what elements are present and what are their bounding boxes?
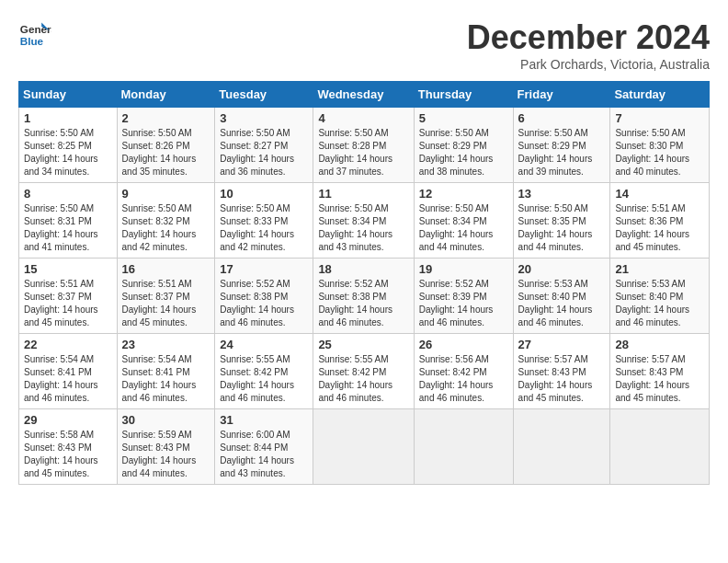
table-row: 21Sunrise: 5:53 AM Sunset: 8:40 PM Dayli… xyxy=(610,259,710,334)
page-header: General Blue December 2024 Park Orchards… xyxy=(18,18,710,72)
day-info: Sunrise: 5:50 AM Sunset: 8:30 PM Dayligh… xyxy=(615,127,704,178)
calendar-subtitle: Park Orchards, Victoria, Australia xyxy=(467,57,710,72)
table-row: 9Sunrise: 5:50 AM Sunset: 8:32 PM Daylig… xyxy=(117,183,215,259)
table-row: 4Sunrise: 5:50 AM Sunset: 8:28 PM Daylig… xyxy=(313,108,414,183)
day-number: 23 xyxy=(122,338,210,351)
day-info: Sunrise: 5:56 AM Sunset: 8:42 PM Dayligh… xyxy=(419,353,508,405)
table-row: 3Sunrise: 5:50 AM Sunset: 8:27 PM Daylig… xyxy=(215,108,313,183)
day-number: 20 xyxy=(518,262,606,276)
day-number: 1 xyxy=(24,111,112,125)
day-info: Sunrise: 5:53 AM Sunset: 8:40 PM Dayligh… xyxy=(615,278,704,329)
day-number: 4 xyxy=(318,111,408,125)
table-row: 27Sunrise: 5:57 AM Sunset: 8:43 PM Dayli… xyxy=(513,334,610,409)
day-number: 8 xyxy=(24,187,112,201)
table-row xyxy=(414,409,513,485)
day-number: 3 xyxy=(220,111,308,125)
day-info: Sunrise: 5:51 AM Sunset: 8:37 PM Dayligh… xyxy=(24,278,112,329)
day-number: 6 xyxy=(518,111,606,125)
day-info: Sunrise: 5:54 AM Sunset: 8:41 PM Dayligh… xyxy=(24,353,112,405)
day-number: 31 xyxy=(220,413,308,427)
day-info: Sunrise: 5:50 AM Sunset: 8:34 PM Dayligh… xyxy=(318,202,408,254)
col-thursday: Thursday xyxy=(414,82,513,108)
col-sunday: Sunday xyxy=(19,82,118,108)
day-info: Sunrise: 6:00 AM Sunset: 8:44 PM Dayligh… xyxy=(220,429,308,480)
day-number: 9 xyxy=(122,187,210,201)
calendar-week-row: 29Sunrise: 5:58 AM Sunset: 8:43 PM Dayli… xyxy=(19,409,710,485)
day-info: Sunrise: 5:52 AM Sunset: 8:39 PM Dayligh… xyxy=(419,278,508,329)
col-monday: Monday xyxy=(117,82,215,108)
day-info: Sunrise: 5:50 AM Sunset: 8:35 PM Dayligh… xyxy=(518,202,606,254)
day-info: Sunrise: 5:50 AM Sunset: 8:29 PM Dayligh… xyxy=(518,127,606,178)
day-info: Sunrise: 5:53 AM Sunset: 8:40 PM Dayligh… xyxy=(518,278,606,329)
table-row: 28Sunrise: 5:57 AM Sunset: 8:43 PM Dayli… xyxy=(610,334,710,409)
day-number: 2 xyxy=(122,111,210,125)
table-row xyxy=(513,409,610,485)
table-row: 24Sunrise: 5:55 AM Sunset: 8:42 PM Dayli… xyxy=(215,334,313,409)
table-row: 5Sunrise: 5:50 AM Sunset: 8:29 PM Daylig… xyxy=(414,108,513,183)
day-info: Sunrise: 5:50 AM Sunset: 8:25 PM Dayligh… xyxy=(24,127,112,178)
day-info: Sunrise: 5:52 AM Sunset: 8:38 PM Dayligh… xyxy=(220,278,308,329)
day-number: 16 xyxy=(122,262,210,276)
table-row: 8Sunrise: 5:50 AM Sunset: 8:31 PM Daylig… xyxy=(19,183,118,259)
table-row: 7Sunrise: 5:50 AM Sunset: 8:30 PM Daylig… xyxy=(610,108,710,183)
day-info: Sunrise: 5:50 AM Sunset: 8:29 PM Dayligh… xyxy=(419,127,508,178)
table-row: 20Sunrise: 5:53 AM Sunset: 8:40 PM Dayli… xyxy=(513,259,610,334)
table-row: 31Sunrise: 6:00 AM Sunset: 8:44 PM Dayli… xyxy=(215,409,313,485)
day-info: Sunrise: 5:54 AM Sunset: 8:41 PM Dayligh… xyxy=(122,353,210,405)
day-number: 26 xyxy=(419,338,508,351)
table-row: 14Sunrise: 5:51 AM Sunset: 8:36 PM Dayli… xyxy=(610,183,710,259)
day-info: Sunrise: 5:51 AM Sunset: 8:37 PM Dayligh… xyxy=(122,278,210,329)
day-info: Sunrise: 5:50 AM Sunset: 8:34 PM Dayligh… xyxy=(419,202,508,254)
day-number: 18 xyxy=(318,262,408,276)
table-row: 19Sunrise: 5:52 AM Sunset: 8:39 PM Dayli… xyxy=(414,259,513,334)
day-info: Sunrise: 5:50 AM Sunset: 8:33 PM Dayligh… xyxy=(220,202,308,254)
table-row: 16Sunrise: 5:51 AM Sunset: 8:37 PM Dayli… xyxy=(117,259,215,334)
day-number: 21 xyxy=(615,262,704,276)
col-friday: Friday xyxy=(513,82,610,108)
logo: General Blue xyxy=(18,18,55,52)
calendar-week-row: 15Sunrise: 5:51 AM Sunset: 8:37 PM Dayli… xyxy=(19,259,710,334)
col-saturday: Saturday xyxy=(610,82,710,108)
table-row: 25Sunrise: 5:55 AM Sunset: 8:42 PM Dayli… xyxy=(313,334,414,409)
day-number: 14 xyxy=(615,187,704,201)
day-info: Sunrise: 5:57 AM Sunset: 8:43 PM Dayligh… xyxy=(615,353,704,405)
table-row: 29Sunrise: 5:58 AM Sunset: 8:43 PM Dayli… xyxy=(19,409,118,485)
day-number: 15 xyxy=(24,262,112,276)
table-row: 30Sunrise: 5:59 AM Sunset: 8:43 PM Dayli… xyxy=(117,409,215,485)
day-info: Sunrise: 5:59 AM Sunset: 8:43 PM Dayligh… xyxy=(122,429,210,480)
day-info: Sunrise: 5:55 AM Sunset: 8:42 PM Dayligh… xyxy=(318,353,408,405)
day-number: 10 xyxy=(220,187,308,201)
table-row xyxy=(610,409,710,485)
table-row: 10Sunrise: 5:50 AM Sunset: 8:33 PM Dayli… xyxy=(215,183,313,259)
day-number: 17 xyxy=(220,262,308,276)
day-number: 28 xyxy=(615,338,704,351)
day-number: 24 xyxy=(220,338,308,351)
table-row: 6Sunrise: 5:50 AM Sunset: 8:29 PM Daylig… xyxy=(513,108,610,183)
day-info: Sunrise: 5:50 AM Sunset: 8:32 PM Dayligh… xyxy=(122,202,210,254)
day-number: 22 xyxy=(24,338,112,351)
day-number: 13 xyxy=(518,187,606,201)
svg-text:Blue: Blue xyxy=(20,35,44,47)
col-wednesday: Wednesday xyxy=(313,82,414,108)
day-number: 25 xyxy=(318,338,408,351)
day-info: Sunrise: 5:50 AM Sunset: 8:31 PM Dayligh… xyxy=(24,202,112,254)
day-info: Sunrise: 5:55 AM Sunset: 8:42 PM Dayligh… xyxy=(220,353,308,405)
calendar-table: Sunday Monday Tuesday Wednesday Thursday… xyxy=(18,81,710,485)
calendar-week-row: 1Sunrise: 5:50 AM Sunset: 8:25 PM Daylig… xyxy=(19,108,710,183)
table-row: 1Sunrise: 5:50 AM Sunset: 8:25 PM Daylig… xyxy=(19,108,118,183)
table-row: 2Sunrise: 5:50 AM Sunset: 8:26 PM Daylig… xyxy=(117,108,215,183)
table-row: 22Sunrise: 5:54 AM Sunset: 8:41 PM Dayli… xyxy=(19,334,118,409)
col-tuesday: Tuesday xyxy=(215,82,313,108)
day-number: 19 xyxy=(419,262,508,276)
table-row: 23Sunrise: 5:54 AM Sunset: 8:41 PM Dayli… xyxy=(117,334,215,409)
day-info: Sunrise: 5:50 AM Sunset: 8:26 PM Dayligh… xyxy=(122,127,210,178)
table-row: 11Sunrise: 5:50 AM Sunset: 8:34 PM Dayli… xyxy=(313,183,414,259)
day-number: 30 xyxy=(122,413,210,427)
table-row: 13Sunrise: 5:50 AM Sunset: 8:35 PM Dayli… xyxy=(513,183,610,259)
table-row: 15Sunrise: 5:51 AM Sunset: 8:37 PM Dayli… xyxy=(19,259,118,334)
calendar-title: December 2024 xyxy=(467,18,710,57)
calendar-week-row: 8Sunrise: 5:50 AM Sunset: 8:31 PM Daylig… xyxy=(19,183,710,259)
day-info: Sunrise: 5:50 AM Sunset: 8:27 PM Dayligh… xyxy=(220,127,308,178)
table-row: 18Sunrise: 5:52 AM Sunset: 8:38 PM Dayli… xyxy=(313,259,414,334)
day-number: 7 xyxy=(615,111,704,125)
